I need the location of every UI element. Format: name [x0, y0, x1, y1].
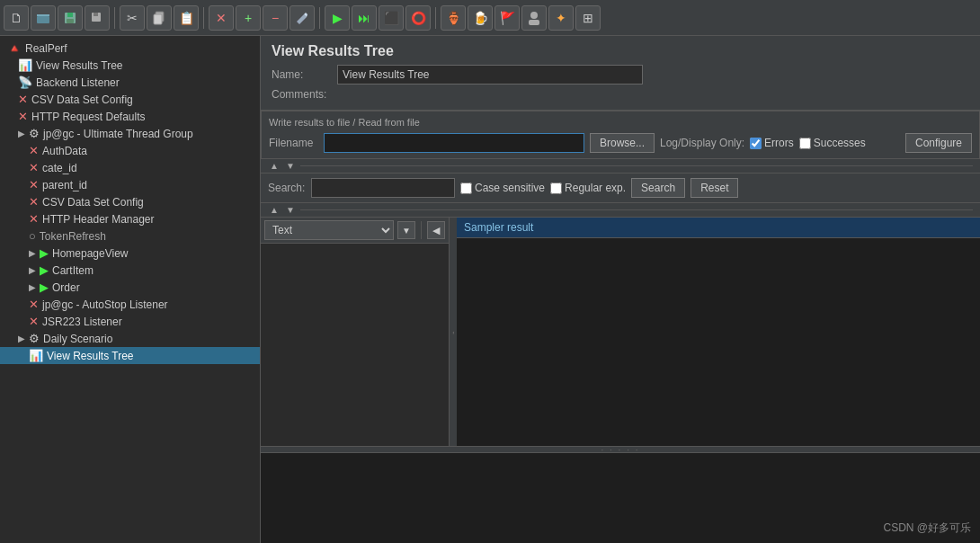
potion-button[interactable]: 🍺	[468, 5, 493, 31]
http-icon: ✕	[18, 110, 28, 123]
open-button[interactable]	[31, 5, 56, 31]
csv2-icon: ✕	[29, 195, 39, 209]
sidebar-item-label: HTTP Header Manager	[42, 213, 155, 226]
start-button[interactable]: ▶	[325, 5, 350, 31]
errors-checkbox-label[interactable]: Errors	[750, 137, 794, 149]
svg-rect-5	[67, 19, 74, 23]
ninja-button[interactable]	[521, 5, 547, 31]
collapse-up-button[interactable]: ▲	[268, 161, 281, 171]
search-label: Search:	[268, 182, 306, 194]
expand-icon4: ▶	[18, 334, 25, 343]
sidebar-item-http-request-defaults[interactable]: ✕ HTTP Request Defaults	[0, 108, 260, 125]
search-button[interactable]: Search	[631, 178, 685, 198]
save-button[interactable]	[58, 5, 83, 31]
content-panel: View Results Tree Name: Comments: Write …	[261, 36, 980, 543]
new-button[interactable]: 🗋	[4, 5, 29, 31]
sidebar-item-csv2[interactable]: ✕ CSV Data Set Config	[0, 193, 260, 210]
stop-button[interactable]: ⬛	[379, 5, 404, 31]
sidebar-item-parent-id[interactable]: ✕ parent_id	[0, 176, 260, 193]
horizontal-split-handle[interactable]: ···	[450, 218, 457, 446]
flag-button[interactable]: 🚩	[494, 5, 520, 31]
svg-rect-4	[67, 13, 73, 17]
collapse-up2-button[interactable]: ▲	[268, 205, 281, 215]
write-results-section: Write results to file / Read from file F…	[261, 111, 980, 159]
paste-button[interactable]: 📋	[174, 5, 199, 31]
stop2-button[interactable]: ⭕	[405, 5, 431, 31]
svg-rect-9	[154, 14, 162, 24]
sidebar-item-http-header[interactable]: ✕ HTTP Header Manager	[0, 210, 260, 227]
panel-expand-button[interactable]: ◀	[427, 221, 445, 239]
copy-button[interactable]	[147, 5, 172, 31]
sidebar-item-realperf[interactable]: 🔺 RealPerf	[0, 40, 260, 57]
errors-label: Errors	[764, 137, 794, 149]
name-label: Name:	[272, 68, 330, 81]
panel-header: View Results Tree Name: Comments:	[261, 36, 980, 111]
sidebar-item-jp-autostop[interactable]: ✕ jp@gc - AutoStop Listener	[0, 296, 260, 313]
sidebar-item-label: CSV Data Set Config	[42, 196, 144, 209]
grid-button[interactable]: ⊞	[575, 5, 601, 31]
sidebar-item-daily-scenario[interactable]: ▶ ⚙ Daily Scenario	[0, 330, 260, 347]
dropdown-arrow-button[interactable]: ▼	[397, 221, 415, 239]
sidebar-item-cartitem[interactable]: ▶ ▶ CartItem	[0, 262, 260, 279]
regular-exp-checkbox[interactable]	[550, 182, 562, 194]
svg-point-10	[530, 12, 538, 19]
vertical-split-handle[interactable]: · · · · ·	[261, 446, 980, 453]
sidebar-item-homepageview[interactable]: ▶ ▶ HomepageView	[0, 245, 260, 262]
comments-row: Comments:	[272, 88, 969, 101]
sidebar-item-view-results-tree[interactable]: 📊 View Results Tree	[0, 347, 260, 364]
pottery-button[interactable]: 🏺	[441, 5, 466, 31]
sidebar-item-tokenrefresh[interactable]: ○ TokenRefresh	[0, 227, 260, 245]
collapse-down2-button[interactable]: ▼	[284, 205, 297, 215]
vrt-icon: 📊	[18, 58, 32, 72]
sidebar-item-jsr223[interactable]: ✕ JSR223 Listener	[0, 313, 260, 330]
star-button[interactable]: ✦	[548, 5, 574, 31]
successes-checkbox[interactable]	[799, 138, 811, 149]
sidebar-item-order[interactable]: ▶ ▶ Order	[0, 279, 260, 296]
cart-icon: ▶	[40, 263, 49, 277]
remove-button[interactable]: −	[263, 5, 288, 31]
edit-button[interactable]	[290, 5, 315, 31]
sidebar-item-authdata[interactable]: ✕ AuthData	[0, 142, 260, 159]
regular-exp-label[interactable]: Regular exp.	[550, 182, 626, 194]
separator4	[435, 7, 436, 29]
add-button[interactable]: +	[236, 5, 261, 31]
autostop-icon: ✕	[29, 298, 39, 311]
sidebar-item-label: HomepageView	[52, 247, 129, 260]
homepage-icon: ▶	[40, 246, 49, 260]
sidebar-item-jp-ultimate[interactable]: ▶ ⚙ jp@gc - Ultimate Thread Group	[0, 125, 260, 142]
start-no-pause-button[interactable]: ⏭	[352, 5, 377, 31]
sidebar-item-backend-listener[interactable]: 📡 Backend Listener	[0, 74, 260, 91]
regular-exp-text: Regular exp.	[565, 182, 626, 194]
sampler-result-header: Sampler result	[457, 218, 980, 238]
sidebar-item-label: AuthData	[42, 145, 87, 157]
sidebar-item-label: RealPerf	[25, 42, 67, 55]
sidebar-item-label: jp@gc - Ultimate Thread Group	[43, 128, 193, 140]
clear-button[interactable]: ✕	[209, 5, 234, 31]
errors-checkbox[interactable]	[750, 138, 762, 149]
successes-checkbox-label[interactable]: Successes	[799, 137, 866, 149]
filename-input[interactable]	[324, 133, 584, 153]
text-dropdown[interactable]: Text	[264, 220, 394, 240]
realperf-icon: 🔺	[7, 41, 22, 55]
sidebar-item-csv-data-set-config[interactable]: ✕ CSV Data Set Config	[0, 91, 260, 108]
case-sensitive-label[interactable]: Case sensitive	[460, 182, 545, 194]
watermark-text: CSDN @好多可乐	[883, 521, 971, 534]
cate-icon: ✕	[29, 161, 39, 174]
successes-label: Successes	[814, 137, 866, 149]
reset-button[interactable]: Reset	[690, 178, 738, 198]
collapse-down-button[interactable]: ▼	[284, 161, 297, 171]
sidebar-item-view-results-tree-top[interactable]: 📊 View Results Tree	[0, 57, 260, 74]
save-as-button[interactable]	[85, 5, 110, 31]
case-sensitive-checkbox[interactable]	[460, 182, 472, 194]
parent-icon: ✕	[29, 178, 39, 191]
bottom-area	[261, 453, 980, 543]
configure-button[interactable]: Configure	[905, 133, 972, 153]
separator2	[203, 7, 204, 29]
browse-button[interactable]: Browse...	[590, 133, 655, 153]
sidebar-item-cate-id[interactable]: ✕ cate_id	[0, 159, 260, 176]
divider2	[300, 209, 973, 210]
name-input[interactable]	[337, 65, 643, 85]
cut-button[interactable]: ✂	[120, 5, 145, 31]
name-row: Name:	[272, 65, 969, 85]
search-input[interactable]	[311, 178, 455, 198]
